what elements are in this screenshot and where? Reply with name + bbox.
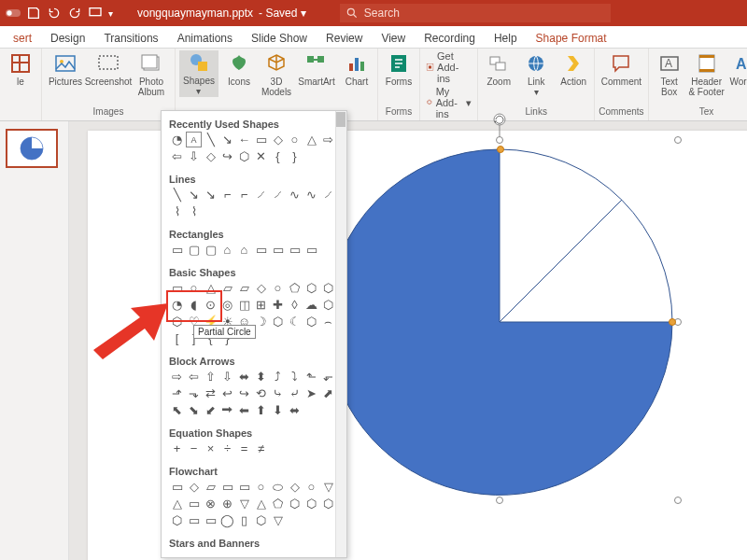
svg-rect-16: [360, 62, 364, 71]
redo-icon[interactable]: [67, 6, 82, 21]
gallery-heading-equation: Equation Shapes: [169, 424, 339, 441]
ribbon-tabs: sert Design Transitions Animations Slide…: [0, 26, 747, 49]
gallery-heading-basic: Basic Shapes: [169, 263, 339, 280]
chart-button[interactable]: Chart: [340, 50, 374, 87]
present-icon[interactable]: [88, 6, 103, 21]
tab-help[interactable]: Help: [485, 29, 527, 48]
svg-line-30: [500, 200, 622, 322]
tab-view[interactable]: View: [372, 29, 415, 48]
thumbnail-shape-icon: [18, 134, 46, 162]
adjust-handle-2[interactable]: [669, 318, 676, 326]
handle-s[interactable]: [496, 497, 503, 504]
shapes-gallery: Recently Used Shapes ◔A╲↘←▭◇○△⇨⇦⇩◇↪⬡✕{} …: [161, 110, 347, 558]
slide-thumbnail-1[interactable]: [6, 129, 58, 168]
svg-point-1: [7, 10, 11, 15]
svg-rect-2: [90, 8, 101, 16]
save-icon[interactable]: [26, 6, 41, 21]
handle-se[interactable]: [674, 497, 682, 504]
selected-shape[interactable]: [317, 140, 682, 504]
table-button[interactable]: le: [4, 50, 37, 87]
pictures-button[interactable]: Pictures: [46, 50, 85, 87]
handle-ne[interactable]: [674, 136, 682, 144]
action-button[interactable]: Action: [557, 50, 590, 87]
handle-n[interactable]: [496, 136, 503, 144]
title-bar: ▾ vongquaymayman.pptx - Saved ▾ Search: [0, 0, 747, 26]
shapes-button[interactable]: Shapes▾: [179, 50, 218, 97]
gallery-recently-shapes[interactable]: ◔A╲↘←▭◇○△⇨⇦⇩◇↪⬡✕{}: [169, 132, 339, 166]
adjust-handle-1[interactable]: [497, 146, 504, 153]
tab-review[interactable]: Review: [317, 29, 372, 48]
forms-button[interactable]: Forms: [382, 50, 416, 87]
svg-text:A: A: [665, 57, 672, 70]
zoom-button[interactable]: Zoom: [482, 50, 515, 87]
annotation-arrow: [89, 289, 173, 364]
svg-rect-5: [56, 56, 75, 71]
svg-rect-19: [429, 65, 431, 68]
gallery-heading-flowchart: Flowchart: [169, 462, 339, 479]
tab-shape-format[interactable]: Shape Format: [527, 29, 616, 48]
svg-rect-27: [699, 69, 714, 72]
text-box-button[interactable]: AText Box: [653, 50, 686, 97]
svg-rect-14: [349, 63, 353, 71]
autosave-toggle[interactable]: [6, 6, 21, 21]
svg-text:A: A: [736, 56, 747, 72]
svg-rect-13: [317, 56, 324, 63]
svg-rect-26: [699, 55, 714, 58]
svg-rect-11: [198, 62, 207, 71]
icons-button[interactable]: Icons: [222, 50, 256, 87]
shape-tooltip: Partial Circle: [193, 325, 256, 339]
3d-models-button[interactable]: 3D Models: [260, 50, 293, 97]
gallery-heading-recently: Recently Used Shapes: [169, 115, 339, 132]
svg-rect-7: [99, 56, 118, 69]
photo-album-button[interactable]: Photo Album: [132, 50, 171, 97]
gallery-equation-shapes[interactable]: +−×÷=≠: [169, 441, 339, 458]
tab-slideshow[interactable]: Slide Show: [242, 29, 317, 48]
search-icon: [345, 7, 359, 20]
gallery-blockarrows-shapes[interactable]: ⇨⇦⇧⇩⬌⬍⤴⤵⬑⬐⬏⬎⇄↩↪⟲⤷⤶➤⬈⬉⬊⬋⮕⬅⬆⬇⬌: [169, 369, 339, 420]
file-name: vongquaymayman.pptx: [137, 7, 253, 20]
tab-insert[interactable]: sert: [4, 29, 41, 48]
tab-transitions[interactable]: Transitions: [94, 29, 167, 48]
svg-rect-12: [307, 56, 314, 63]
gallery-rectangles-shapes[interactable]: ▭▢▢⌂⌂▭▭▭▭: [169, 242, 339, 259]
svg-rect-9: [142, 55, 157, 68]
gallery-heading-stars: Stars and Banners: [169, 534, 339, 551]
svg-rect-15: [355, 58, 359, 71]
tab-recording[interactable]: Recording: [415, 29, 485, 48]
gallery-heading-blockarrows: Block Arrows: [169, 352, 339, 369]
thumbnail-panel: [0, 121, 69, 560]
ribbon: le Pictures Screenshot Photo Album Image…: [0, 49, 747, 121]
wordart-button[interactable]: AWordA: [727, 50, 747, 87]
gallery-heading-lines: Lines: [169, 170, 339, 187]
tab-design[interactable]: Design: [41, 29, 94, 48]
svg-rect-21: [496, 63, 505, 70]
get-addins-button[interactable]: Get Add-ins: [426, 50, 472, 84]
undo-icon[interactable]: [47, 6, 62, 21]
my-addins-button[interactable]: My Add-ins ▾: [426, 86, 472, 119]
comment-button[interactable]: Comment: [601, 50, 641, 87]
gallery-lines-shapes[interactable]: ╲↘↘⌐⌐⟋⟋∿∿⟋⌇⌇: [169, 187, 339, 221]
search-input[interactable]: Search: [340, 4, 611, 22]
gallery-heading-rectangles: Rectangles: [169, 225, 339, 242]
link-button[interactable]: Link▾: [519, 50, 553, 97]
tab-animations[interactable]: Animations: [168, 29, 242, 48]
gallery-flowchart-shapes[interactable]: ▭◇▱▭▭○⬭◇○▽△▭⊗⊕▽△⬠⬡⬡⬡⬡▭▭◯▯⬡▽: [169, 479, 339, 530]
header-footer-button[interactable]: Header & Footer: [690, 50, 724, 97]
saved-status: - Saved ▾: [259, 7, 306, 20]
screenshot-button[interactable]: Screenshot: [89, 50, 128, 87]
svg-point-3: [347, 8, 354, 15]
smartart-button[interactable]: SmartArt: [297, 50, 336, 87]
